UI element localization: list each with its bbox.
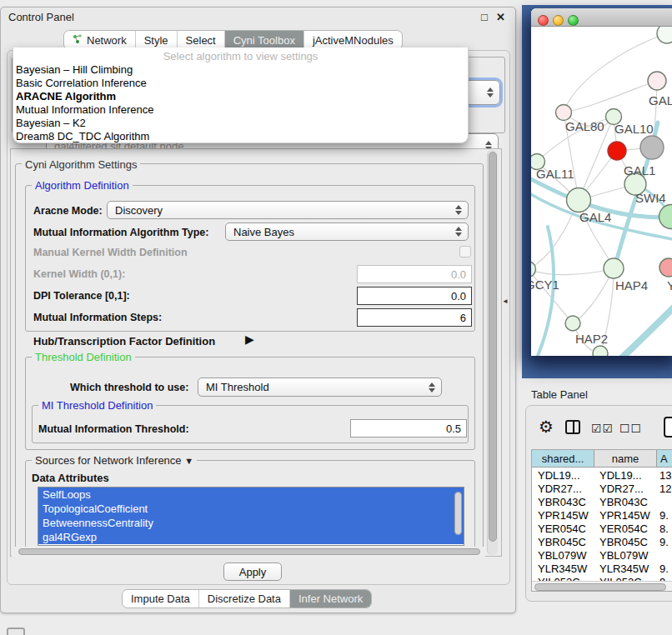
dropdown-item[interactable]: Dream8 DC_TDC Algorithm	[16, 130, 463, 143]
gear-icon[interactable]: ⚙	[539, 417, 554, 437]
column-header-name[interactable]: name	[594, 449, 657, 468]
tab-select[interactable]: Select	[178, 31, 225, 49]
kernel-width-field[interactable]: 0.0	[357, 265, 472, 283]
node-gal4[interactable]	[567, 188, 591, 212]
table-cell[interactable]: YPR145W	[538, 509, 589, 522]
table-cell[interactable]: YLR345W	[538, 562, 587, 576]
combo-spinner-icon	[455, 227, 462, 237]
tab-cyni-toolbox[interactable]: Cyni Toolbox	[225, 31, 304, 49]
apply-button[interactable]: Apply	[223, 562, 282, 581]
data-attributes-list[interactable]: SelfLoops TopologicalCoefficient Between…	[38, 487, 464, 546]
table-cell[interactable]: YBL079W	[599, 549, 649, 562]
dropdown-item-selected[interactable]: ARACNE Algorithm	[16, 90, 463, 103]
tab-infer-network[interactable]: Infer Network	[290, 590, 371, 608]
node-hap4[interactable]	[604, 258, 624, 278]
sources-title[interactable]: Sources for Network Inference ▼	[32, 454, 197, 467]
network-window-titlebar[interactable]	[531, 8, 672, 27]
table-horizontal-scrollbar[interactable]	[531, 581, 672, 592]
table-cell[interactable]: YER054C	[538, 522, 586, 536]
node-label: GAL11	[536, 167, 574, 181]
table-cell[interactable]: YDL19...	[538, 469, 580, 482]
tab-impute-data[interactable]: Impute Data	[123, 590, 199, 608]
node-gcy1[interactable]	[531, 262, 536, 278]
dpi-tolerance-field[interactable]: 0.0	[357, 287, 472, 305]
table-cell[interactable]: YBR045C	[538, 536, 586, 549]
dropdown-item[interactable]: Mutual Information Inference	[16, 103, 463, 117]
network-graph-canvas[interactable]: GAL GAL80 GAL10 GAL11 GAL1 SWI4 GAL4 GCY…	[531, 27, 672, 356]
document-icon[interactable]	[664, 417, 672, 438]
table-cell[interactable]: YER054C	[599, 522, 648, 536]
table-cell[interactable]: YLR345W	[599, 562, 649, 576]
which-threshold-combo[interactable]: MI Threshold	[198, 378, 442, 397]
table-panel-title: Table Panel	[531, 388, 588, 401]
settings-vertical-scrollbar[interactable]	[487, 150, 498, 555]
tab-impute-data-label: Impute Data	[131, 592, 190, 605]
table-cell[interactable]: YBR043C	[538, 496, 586, 509]
aracne-mode-value: Discovery	[115, 204, 163, 217]
mi-threshold-value: 0.5	[446, 422, 461, 435]
node-gray[interactable]	[640, 136, 664, 159]
expander-down-icon: ▼	[184, 456, 193, 466]
column-header-clipped[interactable]: A	[656, 449, 672, 468]
table-cell[interactable]: 13	[659, 469, 671, 482]
cyni-bottom-tabbar: Impute Data Discretize Data Infer Networ…	[122, 589, 372, 608]
node-red[interactable]	[608, 142, 626, 160]
mi-steps-field[interactable]: 6	[357, 308, 472, 327]
table-cell[interactable]: YDR27...	[538, 482, 582, 496]
columns-icon[interactable]	[565, 420, 580, 434]
table-cell[interactable]: 8.	[659, 522, 669, 536]
checked-checkboxes-icon[interactable]: ☑☑	[591, 422, 614, 435]
close-window-icon[interactable]: ✕	[496, 11, 505, 23]
tab-jactivemnodules[interactable]: jActiveMNodules	[304, 31, 402, 49]
list-scrollbar-thumb[interactable]	[454, 492, 462, 535]
node-hap2[interactable]	[565, 316, 580, 331]
minimize-traffic-light[interactable]	[553, 15, 564, 26]
float-window-icon[interactable]: □	[481, 11, 488, 23]
tab-discretize-data[interactable]: Discretize Data	[199, 590, 290, 608]
table-cell[interactable]: YBL079W	[538, 549, 587, 562]
node-gal-partial[interactable]	[648, 72, 666, 90]
combo-spinner-icon	[455, 205, 462, 215]
node-salmon[interactable]	[659, 258, 672, 277]
table-cell[interactable]: YDL19...	[599, 469, 642, 482]
dpi-tolerance-label: DPI Tolerance [0,1]:	[33, 290, 130, 302]
table-cell[interactable]: 12	[659, 482, 671, 496]
list-item[interactable]: TopologicalCoefficient	[38, 502, 464, 516]
manual-kernel-width-checkbox[interactable]	[459, 246, 471, 258]
list-item[interactable]: BetweennessCentrality	[38, 516, 464, 530]
list-item[interactable]: SelfLoops	[38, 488, 464, 502]
table-cell[interactable]: 9.	[659, 509, 669, 522]
node-gal80[interactable]	[556, 105, 572, 121]
node-swi4[interactable]	[659, 205, 672, 229]
list-item[interactable]: gal4RGexp	[38, 530, 464, 544]
zoom-traffic-light[interactable]	[568, 15, 579, 26]
table-cell[interactable]: 9.	[659, 536, 669, 549]
hub-expander-label[interactable]: Hub/Transcription Factor Definition	[33, 335, 215, 348]
aracne-mode-combo[interactable]: Discovery	[107, 201, 469, 219]
table-cell[interactable]: YPR145W	[599, 509, 650, 522]
close-traffic-light[interactable]	[538, 15, 549, 26]
settings-horizontal-scrollbar[interactable]	[12, 547, 485, 557]
column-header-label: shared...	[542, 452, 584, 465]
table-cell[interactable]: 9.	[659, 562, 669, 576]
table-cell[interactable]: YDR27...	[599, 482, 644, 496]
threshold-definition-title: Threshold Definition	[32, 351, 135, 363]
mi-algorithm-type-combo[interactable]: Naive Bayes	[225, 222, 469, 241]
table-cell[interactable]: YBR043C	[599, 496, 648, 509]
node-top-right[interactable]	[657, 27, 672, 43]
dropdown-item[interactable]: Bayesian – K2	[16, 117, 463, 130]
dropdown-item[interactable]: Bayesian – Hill Climbing	[16, 63, 463, 77]
table-cell[interactable]: YBR045C	[599, 536, 648, 549]
expander-right-icon[interactable]: ▶	[245, 332, 254, 346]
column-header-shared-name[interactable]: shared...	[531, 449, 594, 468]
tab-network[interactable]: Network	[64, 31, 136, 49]
scrollbar-thumb[interactable]	[489, 152, 497, 542]
tab-style[interactable]: Style	[136, 31, 178, 49]
mi-threshold-field[interactable]: 0.5	[350, 419, 467, 438]
unchecked-checkboxes-icon[interactable]: ☐☐	[619, 422, 642, 435]
scrollbar-thumb[interactable]	[18, 548, 480, 555]
panel-resize-arrow-icon: ◄	[502, 298, 509, 305]
node-bottom[interactable]	[593, 346, 608, 356]
dropdown-item[interactable]: Basic Correlation Inference	[16, 77, 463, 90]
scrollbar-thumb[interactable]	[534, 583, 666, 591]
